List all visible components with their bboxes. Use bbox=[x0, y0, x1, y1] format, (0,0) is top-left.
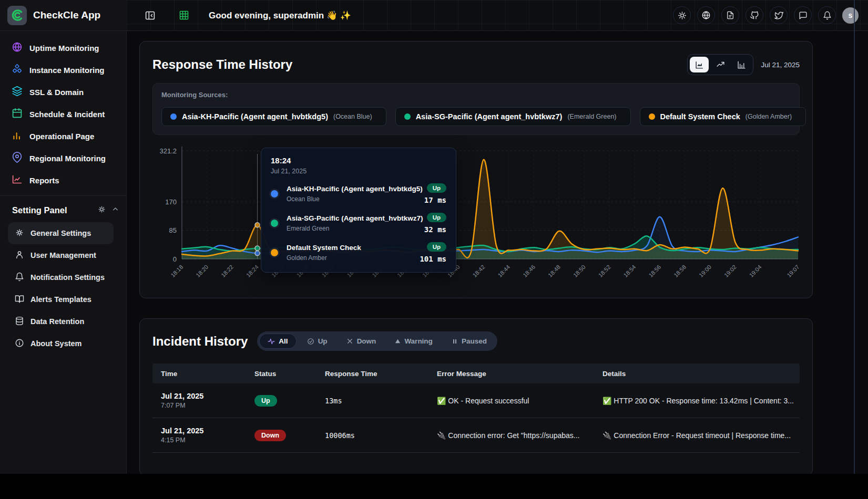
sidebar-item-notification-settings[interactable]: Notification Settings bbox=[8, 266, 114, 288]
sidebar-item-about-system[interactable]: About System bbox=[8, 332, 114, 355]
table-row: Jul 21, 2025 7:07 PM Up 13ms ✅ OK - Requ… bbox=[152, 383, 800, 418]
filter-down[interactable]: Down bbox=[338, 334, 385, 349]
legend-color-name: (Emerald Green) bbox=[567, 113, 616, 120]
tooltip-value: 32 ms bbox=[424, 225, 446, 234]
tooltip-series-color: Golden Amber bbox=[287, 254, 420, 262]
check-circle-icon bbox=[307, 338, 314, 345]
user-icon bbox=[15, 250, 24, 261]
legend-color-name: (Ocean Blue) bbox=[333, 113, 372, 120]
settings-item-label: General Settings bbox=[30, 229, 91, 237]
sidebar-divider bbox=[0, 195, 126, 196]
main-content: Response Time History bbox=[127, 31, 868, 474]
settings-item-label: Notification Settings bbox=[30, 273, 105, 282]
gear-icon[interactable] bbox=[97, 205, 106, 216]
map-pin-icon bbox=[12, 152, 23, 164]
scrollbar[interactable] bbox=[854, 0, 855, 474]
user-avatar[interactable]: s bbox=[842, 7, 859, 24]
github-icon[interactable] bbox=[746, 6, 763, 24]
sidebar-item-ssl-domain[interactable]: SSL & Domain bbox=[0, 81, 126, 103]
settings-item-label: User Management bbox=[30, 251, 96, 259]
twitter-icon[interactable] bbox=[770, 6, 788, 24]
setting-panel-title: Setting Panel bbox=[12, 205, 97, 215]
settings-item-label: Alerts Templates bbox=[30, 295, 91, 304]
sidebar-item-schedule-incident[interactable]: Schedule & Incident bbox=[0, 103, 126, 125]
legend-chip-asia-kh[interactable]: Asia-KH-Pacific (Agent agent_hvbtkdg5) (… bbox=[161, 107, 386, 126]
series-dot bbox=[170, 113, 177, 120]
app-logo[interactable]: CheckCle App bbox=[0, 0, 127, 30]
incident-filters: All Up Down bbox=[257, 331, 497, 351]
warning-triangle-icon bbox=[395, 338, 401, 344]
row-date: Jul 21, 2025 bbox=[161, 427, 246, 435]
sidebar-item-data-retention[interactable]: Data Retention bbox=[8, 310, 114, 332]
legend-chip-asia-sg[interactable]: Asia-SG-Pacific (Agent agent_hvbtkwz7) (… bbox=[395, 107, 631, 126]
grid-icon[interactable] bbox=[179, 10, 189, 20]
response-chart: 085170321.218:1818:2018:2218:2418:2618:2… bbox=[152, 142, 800, 285]
sidebar-item-alerts-templates[interactable]: Alerts Templates bbox=[8, 288, 114, 310]
monitoring-sources-panel: Monitoring Sources: Asia-KH-Pacific (Age… bbox=[152, 83, 800, 135]
svg-text:18:46: 18:46 bbox=[522, 264, 536, 278]
tooltip-row: Default System Check Golden Amber Up 101… bbox=[271, 242, 446, 263]
sidebar-item-label: Uptime Monitoring bbox=[29, 44, 99, 53]
table-row: Jul 21, 2025 4:15 PM Down 10006ms 🔌 Conn… bbox=[152, 418, 800, 453]
filter-up[interactable]: Up bbox=[299, 334, 336, 349]
sidebar-item-general-settings[interactable]: General Settings bbox=[8, 222, 114, 244]
chart-line-icon bbox=[12, 174, 23, 186]
series-dot bbox=[271, 249, 278, 256]
row-response-time: 13ms bbox=[316, 397, 428, 405]
tooltip-series-color: Ocean Blue bbox=[287, 195, 424, 203]
sidebar-item-uptime-monitoring[interactable]: Uptime Monitoring bbox=[0, 37, 126, 59]
sidebar-item-user-management[interactable]: User Management bbox=[8, 244, 114, 266]
greeting-text: Good evening, superadmin 👋 ✨ bbox=[209, 10, 351, 21]
row-error-message: 🔌 Connection error: Get "https://supabas… bbox=[428, 431, 594, 440]
sidebar-item-reports[interactable]: Reports bbox=[0, 169, 126, 191]
sidebar-item-label: Operational Page bbox=[29, 132, 94, 141]
sidebar-item-label: Reports bbox=[29, 176, 59, 185]
legend-chip-default-system[interactable]: Default System Check (Golden Amber) bbox=[640, 107, 806, 126]
tooltip-date: Jul 21, 2025 bbox=[271, 168, 446, 175]
incident-table: Time Status Response Time Error Message … bbox=[152, 363, 800, 453]
line-chart-button[interactable] bbox=[711, 57, 730, 72]
response-time-card: Response Time History bbox=[139, 41, 813, 298]
svg-text:18:54: 18:54 bbox=[622, 264, 637, 278]
sidebar-item-instance-monitoring[interactable]: Instance Monitoring bbox=[0, 59, 126, 81]
svg-text:18:22: 18:22 bbox=[220, 264, 234, 278]
app-window: CheckCle App Good evening, superadmin 👋 … bbox=[0, 0, 868, 474]
tooltip-value: 101 ms bbox=[420, 255, 446, 263]
series-dot bbox=[271, 190, 278, 197]
row-time: 7:07 PM bbox=[161, 402, 246, 409]
bar-chart-button[interactable] bbox=[732, 57, 751, 72]
language-globe-icon[interactable] bbox=[697, 6, 715, 24]
tooltip-row: Asia-KH-Pacific (Agent agent_hvbtkdg5) O… bbox=[271, 183, 446, 204]
area-chart-button[interactable] bbox=[690, 57, 709, 72]
chat-icon[interactable] bbox=[794, 6, 812, 24]
filter-label: Paused bbox=[462, 337, 487, 345]
status-badge: Up bbox=[427, 183, 446, 193]
x-icon bbox=[346, 338, 353, 345]
svg-text:18:58: 18:58 bbox=[672, 264, 687, 278]
filter-paused[interactable]: Paused bbox=[443, 334, 495, 349]
sidebar-item-label: Schedule & Incident bbox=[29, 110, 105, 119]
svg-text:19:00: 19:00 bbox=[698, 264, 712, 278]
panel-collapse-icon[interactable] bbox=[145, 10, 156, 21]
col-error-message: Error Message bbox=[428, 370, 594, 378]
theme-toggle-sun-icon[interactable] bbox=[673, 6, 691, 24]
setting-panel-header[interactable]: Setting Panel bbox=[12, 205, 119, 216]
sidebar-item-label: Regional Monitoring bbox=[29, 154, 106, 163]
sidebar-item-regional-monitoring[interactable]: Regional Monitoring bbox=[0, 147, 126, 169]
col-status: Status bbox=[246, 370, 316, 378]
sidebar-item-operational-page[interactable]: Operational Page bbox=[0, 125, 126, 147]
row-time: 4:15 PM bbox=[161, 436, 246, 444]
filter-all[interactable]: All bbox=[259, 334, 296, 349]
info-icon bbox=[15, 338, 24, 349]
monitoring-sources-label: Monitoring Sources: bbox=[161, 91, 791, 99]
sidebar-item-label: SSL & Domain bbox=[29, 88, 84, 97]
row-details: ✅ HTTP 200 OK - Response time: 13.42ms |… bbox=[594, 397, 800, 405]
cubes-icon bbox=[12, 64, 23, 76]
status-badge: Up bbox=[254, 395, 277, 407]
filter-warning[interactable]: Warning bbox=[386, 334, 441, 349]
chevron-up-icon[interactable] bbox=[111, 205, 119, 215]
legend-name: Asia-KH-Pacific (Agent agent_hvbtkdg5) bbox=[182, 112, 328, 121]
document-icon[interactable] bbox=[721, 6, 739, 24]
row-date: Jul 21, 2025 bbox=[161, 392, 246, 400]
bell-icon[interactable] bbox=[818, 6, 836, 24]
